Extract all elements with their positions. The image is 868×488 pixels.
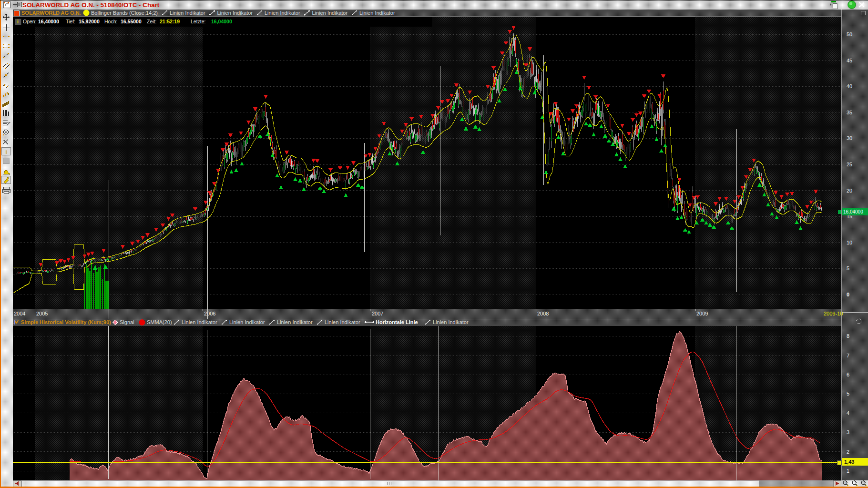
svg-text:2007: 2007 (372, 311, 383, 316)
svg-text:2008: 2008 (537, 311, 549, 316)
svg-text:4: 4 (847, 410, 849, 416)
svg-text:Open:16,40000Tief:15,92000Hoch: Open:16,40000Tief:15,92000Hoch:16,55000Z… (23, 19, 232, 24)
svg-text:1: 1 (847, 468, 849, 474)
svg-text:0: 0 (847, 292, 849, 297)
svg-text:Simple Historical Volatility (: Simple Historical Volatility (Kurs;90) (21, 319, 111, 325)
svg-text:7: 7 (847, 353, 849, 358)
svg-text:2004: 2004 (14, 311, 25, 316)
svg-text:+: + (844, 481, 846, 485)
svg-text:2009-10: 2009-10 (824, 311, 843, 316)
svg-text:2006: 2006 (204, 311, 215, 316)
svg-text:10: 10 (847, 240, 852, 245)
svg-text:i: i (17, 19, 19, 24)
svg-text:Horizontale Linie: Horizontale Linie (376, 319, 418, 325)
svg-text:Linien Indikator: Linien Indikator (277, 319, 313, 325)
svg-text:Linien Indikator: Linien Indikator (433, 319, 469, 325)
svg-text:Linien Indikator: Linien Indikator (170, 10, 205, 16)
svg-text:25: 25 (847, 162, 852, 167)
svg-text:5: 5 (847, 265, 849, 271)
svg-text:45: 45 (847, 58, 852, 63)
svg-text:16,04000: 16,04000 (843, 209, 863, 214)
svg-text:20: 20 (847, 188, 852, 193)
svg-text:2: 2 (847, 449, 849, 455)
svg-text:6: 6 (847, 372, 849, 377)
svg-text:1,43: 1,43 (844, 459, 854, 465)
svg-text:5: 5 (847, 391, 849, 396)
svg-text:i: i (5, 149, 7, 155)
svg-text:35: 35 (847, 110, 852, 115)
svg-text:Signal: Signal (120, 319, 134, 325)
svg-text:Linien Indikator: Linien Indikator (359, 10, 395, 16)
svg-text:3: 3 (847, 429, 849, 435)
svg-text:40: 40 (847, 83, 852, 89)
svg-text:Linien Indikator: Linien Indikator (182, 319, 217, 325)
svg-text:Linien Indikator: Linien Indikator (325, 319, 360, 325)
svg-text:−: − (853, 481, 855, 485)
svg-text:2009: 2009 (696, 311, 708, 316)
svg-text:Linien Indikator: Linien Indikator (312, 10, 348, 16)
svg-text:8: 8 (847, 333, 849, 339)
svg-text:Bollinger Bands (Close;14;2): Bollinger Bands (Close;14;2) (91, 10, 158, 16)
svg-text:Linien Indikator: Linien Indikator (217, 10, 253, 16)
svg-text:2005: 2005 (36, 311, 48, 316)
svg-text:SMMA(20): SMMA(20) (147, 319, 172, 325)
svg-text:30: 30 (847, 135, 852, 141)
svg-text:Linien Indikator: Linien Indikator (229, 319, 265, 325)
svg-text:SOLARWORLD AG O.N. - 510840/OT: SOLARWORLD AG O.N. - 510840/OTC - Chart (22, 1, 160, 9)
svg-text:SOLARWORLD AG O.N.: SOLARWORLD AG O.N. (21, 10, 81, 16)
svg-text:Linien Indikator: Linien Indikator (265, 10, 300, 16)
svg-text:50: 50 (847, 31, 852, 37)
